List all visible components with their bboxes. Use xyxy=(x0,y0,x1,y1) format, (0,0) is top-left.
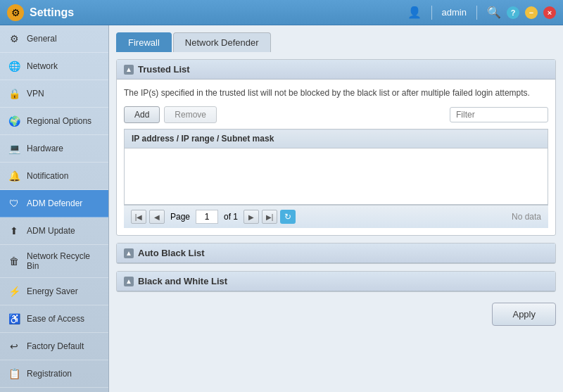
auto-black-list-header: ▲ Auto Black List xyxy=(117,244,555,263)
search-icon[interactable]: 🔍 xyxy=(487,6,501,19)
sidebar-item-notification[interactable]: 🔔 Notification xyxy=(0,163,108,190)
minimize-button[interactable]: − xyxy=(525,6,538,19)
pagination-controls: |◀ ◀ Page of 1 ▶ ▶| ↻ xyxy=(131,210,296,224)
sidebar-item-energy-saver[interactable]: ⚡ Energy Saver xyxy=(0,278,108,305)
divider xyxy=(476,6,477,20)
energy-saver-icon: ⚡ xyxy=(7,284,21,298)
titlebar-left: ⚙ Settings xyxy=(7,4,74,21)
sidebar-label-vpn: VPN xyxy=(27,89,44,99)
close-button[interactable]: × xyxy=(543,6,556,19)
sidebar-label-notification: Notification xyxy=(27,171,68,181)
sidebar-item-adm-defender[interactable]: 🛡 ADM Defender xyxy=(0,190,108,217)
sidebar-label-network-recycle-bin: Network Recycle Bin xyxy=(27,251,101,271)
add-button[interactable]: Add xyxy=(124,106,160,123)
app-title: Settings xyxy=(30,6,74,19)
sidebar-item-ease-of-access[interactable]: ♿ Ease of Access xyxy=(0,305,108,333)
sidebar-item-vpn[interactable]: 🔒 VPN xyxy=(0,80,108,108)
page-input[interactable] xyxy=(196,210,218,224)
black-white-list-header: ▲ Black and White List xyxy=(117,272,555,291)
sidebar-item-factory-default[interactable]: ↩ Factory Default xyxy=(0,333,108,360)
tabs: Firewall Network Defender xyxy=(116,32,556,52)
content-area: Firewall Network Defender ▲ Trusted List… xyxy=(109,25,563,392)
sidebar-item-network-recycle-bin[interactable]: 🗑 Network Recycle Bin xyxy=(0,245,108,278)
adm-defender-icon: 🛡 xyxy=(7,196,21,210)
toolbar-buttons: Add Remove xyxy=(124,106,217,123)
network-icon: 🌐 xyxy=(7,59,21,73)
trusted-list-description: The IP(s) specified in the trusted list … xyxy=(124,87,548,99)
page-label: Page xyxy=(170,212,190,222)
username: admin xyxy=(442,7,467,18)
auto-black-list-toggle[interactable]: ▲ xyxy=(124,248,134,258)
sidebar-label-network: Network xyxy=(27,61,58,71)
next-page-button[interactable]: ▶ xyxy=(243,210,259,224)
trusted-list-table: IP address / IP range / Subnet mask xyxy=(124,129,548,148)
last-page-button[interactable]: ▶| xyxy=(262,210,277,224)
sidebar-label-factory-default: Factory Default xyxy=(27,341,84,351)
trusted-list-body: The IP(s) specified in the trusted list … xyxy=(117,80,555,235)
sidebar-label-general: General xyxy=(27,34,57,44)
ease-of-access-icon: ♿ xyxy=(7,312,21,326)
trusted-list-header: ▲ Trusted List xyxy=(117,60,555,80)
sidebar-label-adm-defender: ADM Defender xyxy=(27,198,82,208)
main-container: ⚙ General 🌐 Network 🔒 VPN 🌍 Regional Opt… xyxy=(0,25,563,392)
refresh-button[interactable]: ↻ xyxy=(280,210,296,224)
footer: Apply xyxy=(116,299,556,329)
sidebar-label-ease-of-access: Ease of Access xyxy=(27,314,84,324)
hardware-icon: 💻 xyxy=(7,141,21,156)
sidebar-item-adm-update[interactable]: ⬆ ADM Update xyxy=(0,217,108,245)
table-body-empty xyxy=(124,148,548,205)
trusted-list-title: Trusted List xyxy=(138,64,190,75)
adm-update-icon: ⬆ xyxy=(7,224,21,238)
apply-button[interactable]: Apply xyxy=(492,303,556,326)
general-icon: ⚙ xyxy=(7,32,21,46)
regional-icon: 🌍 xyxy=(7,114,21,128)
table-column-header: IP address / IP range / Subnet mask xyxy=(125,129,548,148)
black-white-list-section: ▲ Black and White List xyxy=(116,271,556,292)
sidebar-label-regional: Regional Options xyxy=(27,116,91,126)
black-white-list-toggle[interactable]: ▲ xyxy=(124,277,134,286)
tab-firewall[interactable]: Firewall xyxy=(116,32,172,52)
no-data-label: No data xyxy=(512,212,541,222)
tab-network-defender[interactable]: Network Defender xyxy=(173,32,271,52)
filter-input[interactable] xyxy=(450,107,548,122)
sidebar-item-regional-options[interactable]: 🌍 Regional Options xyxy=(0,108,108,135)
trusted-list-section: ▲ Trusted List The IP(s) specified in th… xyxy=(116,59,556,236)
recycle-bin-icon: 🗑 xyxy=(7,254,21,268)
sidebar-label-energy-saver: Energy Saver xyxy=(27,286,78,296)
user-icon: 👤 xyxy=(407,6,422,19)
sidebar-item-hardware[interactable]: 💻 Hardware xyxy=(0,135,108,163)
registration-icon: 📋 xyxy=(7,367,21,381)
titlebar-right: 👤 admin 🔍 ? − × xyxy=(407,6,556,20)
sidebar-label-registration: Registration xyxy=(27,369,72,379)
auto-black-list-section: ▲ Auto Black List xyxy=(116,243,556,264)
trusted-list-toolbar: Add Remove xyxy=(124,106,548,123)
trusted-list-toggle[interactable]: ▲ xyxy=(124,65,134,75)
prev-page-button[interactable]: ◀ xyxy=(149,210,165,224)
first-page-button[interactable]: |◀ xyxy=(131,210,146,224)
remove-button[interactable]: Remove xyxy=(164,106,217,123)
of-label: of 1 xyxy=(224,212,238,222)
sidebar-label-adm-update: ADM Update xyxy=(27,226,75,236)
sidebar-item-registration[interactable]: 📋 Registration xyxy=(0,360,108,388)
sidebar: ⚙ General 🌐 Network 🔒 VPN 🌍 Regional Opt… xyxy=(0,25,109,392)
pagination: |◀ ◀ Page of 1 ▶ ▶| ↻ No data xyxy=(124,205,548,228)
app-icon: ⚙ xyxy=(7,4,24,21)
auto-black-list-title: Auto Black List xyxy=(138,248,205,258)
factory-default-icon: ↩ xyxy=(7,339,21,353)
sidebar-label-hardware: Hardware xyxy=(27,144,63,153)
black-white-list-title: Black and White List xyxy=(138,276,227,286)
help-button[interactable]: ? xyxy=(507,6,519,19)
titlebar: ⚙ Settings 👤 admin 🔍 ? − × xyxy=(0,0,563,25)
notification-icon: 🔔 xyxy=(7,169,21,183)
divider xyxy=(431,6,432,20)
vpn-icon: 🔒 xyxy=(7,87,21,101)
sidebar-item-general[interactable]: ⚙ General xyxy=(0,25,108,53)
sidebar-item-network[interactable]: 🌐 Network xyxy=(0,53,108,80)
